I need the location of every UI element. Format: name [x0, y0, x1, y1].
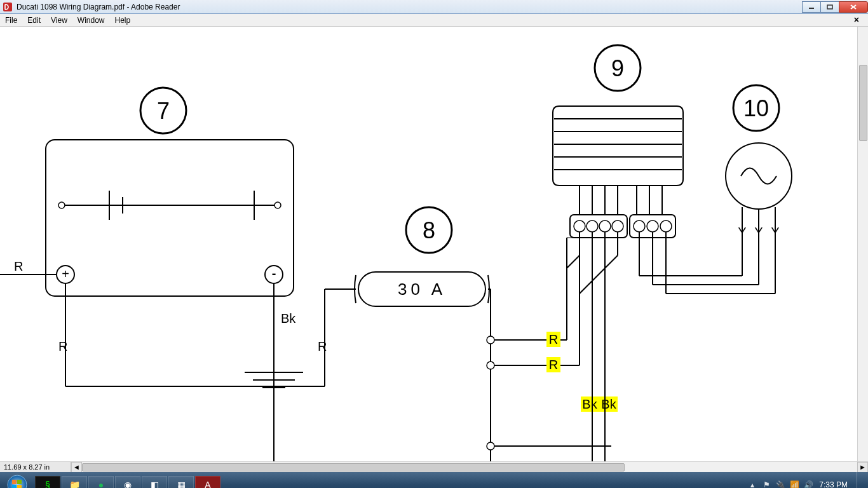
- window-title: Ducati 1098 Wiring Diagram.pdf - Adobe R…: [15, 3, 803, 11]
- page-size-readout: 11.69 x 8.27 in: [0, 462, 71, 472]
- start-button[interactable]: [0, 472, 34, 488]
- component-10-alternator: 10 Y Y Y: [726, 85, 792, 294]
- svg-point-53: [587, 220, 598, 232]
- svg-point-30: [487, 362, 494, 369]
- svg-point-58: [660, 220, 672, 232]
- system-tray: ▴ ⚑ 🔌 📶 🔊 7:33 PM: [745, 472, 868, 488]
- app-icon: [3, 2, 13, 12]
- hscroll-left-icon[interactable]: ◄: [71, 462, 82, 473]
- tray-network-icon[interactable]: 📶: [789, 479, 800, 488]
- menu-file[interactable]: File: [0, 16, 22, 25]
- svg-rect-5: [46, 140, 294, 296]
- menu-edit[interactable]: Edit: [22, 16, 46, 25]
- task-adobe-reader[interactable]: A: [195, 476, 220, 488]
- svg-point-8: [58, 202, 65, 208]
- svg-point-54: [599, 220, 611, 232]
- vscroll-thumb[interactable]: [859, 65, 867, 141]
- wire-y3: Y: [771, 225, 779, 239]
- wire-r-fuse: R: [318, 339, 327, 353]
- svg-point-56: [634, 220, 645, 232]
- svg-rect-2: [827, 5, 832, 9]
- taskbar: § 📁 ● ◉ ◧ ▦ A ▴ ⚑ 🔌 📶 🔊 7:33 PM: [0, 472, 868, 488]
- wire-r-left: R: [14, 259, 23, 273]
- svg-rect-84: [12, 485, 17, 488]
- svg-rect-0: [3, 3, 12, 11]
- close-doc-icon[interactable]: ×: [849, 15, 864, 25]
- tray-flag-icon[interactable]: ⚑: [761, 479, 772, 488]
- svg-point-57: [647, 220, 658, 232]
- vertical-scrollbar[interactable]: [857, 27, 868, 461]
- svg-point-55: [612, 220, 623, 232]
- maximize-button[interactable]: [820, 1, 839, 13]
- fuse-rating: 30 A: [398, 280, 446, 299]
- svg-point-10: [275, 202, 281, 208]
- svg-rect-82: [12, 480, 17, 484]
- hscroll-thumb[interactable]: [82, 463, 625, 471]
- svg-point-52: [574, 220, 585, 232]
- svg-rect-85: [17, 485, 22, 488]
- task-chrome[interactable]: ◉: [115, 476, 140, 488]
- window-titlebar: Ducati 1098 Wiring Diagram.pdf - Adobe R…: [0, 0, 868, 14]
- plus-symbol: +: [62, 267, 69, 281]
- tray-volume-icon[interactable]: 🔊: [803, 479, 814, 488]
- node-10-label: 10: [743, 95, 769, 121]
- minimize-button[interactable]: [802, 1, 821, 13]
- node-7-label: 7: [157, 98, 170, 124]
- wire-r-posdown: R: [58, 339, 67, 353]
- menu-help[interactable]: Help: [110, 16, 136, 25]
- close-button[interactable]: [839, 1, 868, 13]
- hl-bk1: Bk: [582, 397, 597, 411]
- component-8-fuse: 8 30 A: [355, 207, 489, 306]
- tray-up-icon[interactable]: ▴: [747, 479, 758, 488]
- hscroll-right-icon[interactable]: ►: [857, 462, 868, 473]
- minus-symbol: -: [272, 266, 276, 280]
- hl-r2: R: [549, 358, 558, 372]
- status-bar: 11.69 x 8.27 in ◄ ►: [0, 461, 868, 472]
- svg-point-32: [487, 442, 494, 450]
- wiring-diagram: + - 7 R R: [0, 27, 857, 461]
- component-7-battery: + - 7: [46, 88, 294, 296]
- wire-y2: Y: [754, 225, 763, 239]
- hl-bk2: Bk: [601, 397, 616, 411]
- hl-r1: R: [549, 332, 558, 346]
- svg-point-28: [487, 336, 494, 344]
- horizontal-scrollbar[interactable]: [82, 462, 857, 473]
- svg-rect-83: [17, 480, 22, 484]
- node-8-label: 8: [423, 217, 435, 243]
- node-9-label: 9: [611, 55, 624, 81]
- task-app-6[interactable]: ▦: [168, 476, 194, 488]
- wire-bk-neg: Bk: [281, 311, 296, 325]
- menu-window[interactable]: Window: [72, 16, 110, 25]
- show-desktop-button[interactable]: [857, 472, 864, 488]
- task-spotify[interactable]: ●: [88, 476, 114, 488]
- menu-view[interactable]: View: [46, 16, 72, 25]
- tray-power-icon[interactable]: 🔌: [775, 479, 786, 488]
- component-9-regulator: 9: [553, 45, 683, 238]
- wire-y1: Y: [738, 225, 746, 239]
- menu-bar: File Edit View Window Help ×: [0, 14, 868, 27]
- task-app-5[interactable]: ◧: [142, 476, 167, 488]
- tray-clock[interactable]: 7:33 PM: [819, 480, 848, 488]
- task-explorer[interactable]: 📁: [62, 476, 87, 488]
- document-viewport: + - 7 R R: [0, 27, 868, 461]
- task-app-1[interactable]: §: [35, 476, 60, 488]
